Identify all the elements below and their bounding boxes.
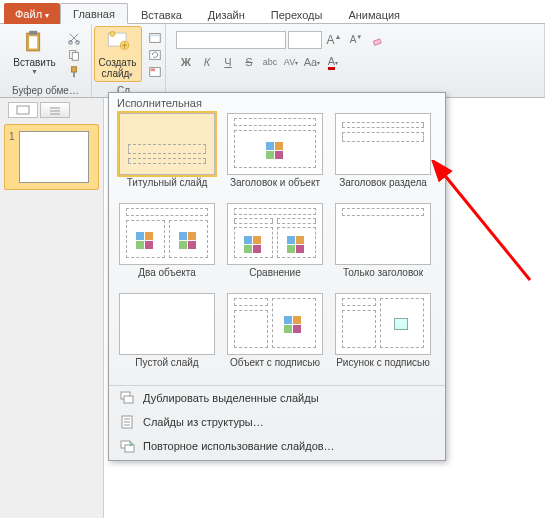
menu-duplicate-slides[interactable]: Дублировать выделенные слайды — [109, 386, 445, 410]
svg-rect-29 — [125, 445, 134, 452]
ribbon: Вставить ▼ Буфер обме… Создать слайд▾ — [0, 24, 545, 98]
svg-rect-13 — [150, 35, 159, 37]
layout-label: Объект с подписью — [230, 355, 320, 379]
group-slides: Создать слайд▾ Сл… — [92, 24, 166, 97]
tab-transitions[interactable]: Переходы — [258, 4, 336, 24]
layout-icon — [148, 31, 162, 45]
grow-font-button[interactable]: A▲ — [324, 30, 344, 50]
thumbnails-view-tab[interactable] — [8, 102, 38, 118]
layout-section-header[interactable]: Заголовок раздела — [329, 113, 437, 199]
picture-icon — [394, 318, 408, 330]
svg-rect-6 — [72, 52, 78, 60]
reset-icon — [148, 48, 162, 62]
tab-home[interactable]: Главная — [60, 3, 128, 24]
svg-rect-7 — [71, 67, 76, 72]
layout-picture-caption[interactable]: Рисунок с подписью — [329, 293, 437, 379]
tab-design-label: Дизайн — [208, 9, 245, 21]
layout-label: Сравнение — [249, 265, 300, 289]
svg-rect-23 — [124, 396, 133, 403]
outline-view-tab[interactable] — [40, 102, 70, 118]
spacing-label: AV — [284, 57, 295, 67]
strike-label: S — [245, 56, 252, 68]
chevron-down-icon: ▾ — [45, 11, 49, 20]
cut-icon — [67, 31, 81, 45]
layout-label: Заголовок и объект — [230, 175, 320, 199]
format-painter-button[interactable] — [65, 64, 83, 80]
layout-label: Пустой слайд — [135, 355, 198, 379]
bold-button[interactable]: Ж — [176, 52, 196, 72]
menu-slides-from-outline[interactable]: Слайды из структуры… — [109, 410, 445, 434]
reuse-icon — [119, 438, 135, 454]
group-font: A▲ A▼ Ж К Ч S abc AV▾ Aa▾ A▾ — [166, 24, 545, 97]
layout-content-caption[interactable]: Объект с подписью — [221, 293, 329, 379]
layout-title-only[interactable]: Только заголовок — [329, 203, 437, 289]
thumbnails-icon — [16, 105, 30, 115]
group-clipboard-label: Буфер обме… — [6, 84, 85, 97]
layout-two-content[interactable]: Два объекта — [113, 203, 221, 289]
group-clipboard: Вставить ▼ Буфер обме… — [0, 24, 92, 97]
menu-label: Дублировать выделенные слайды — [143, 392, 319, 404]
cut-button[interactable] — [65, 30, 83, 46]
new-slide-label-2: слайд — [102, 68, 130, 79]
bold-label: Ж — [181, 56, 191, 68]
paste-icon — [20, 29, 48, 55]
italic-button[interactable]: К — [197, 52, 217, 72]
svg-rect-17 — [373, 39, 381, 46]
layout-comparison[interactable]: Сравнение — [221, 203, 329, 289]
chevron-down-icon: ▾ — [317, 59, 320, 66]
duplicate-icon — [119, 390, 135, 406]
tab-bar: Файл▾ Главная Вставка Дизайн Переходы Ан… — [0, 0, 545, 24]
tab-transitions-label: Переходы — [271, 9, 323, 21]
char-spacing-button[interactable]: AV▾ — [281, 52, 301, 72]
slide-thumbnail-1[interactable]: 1 — [4, 124, 99, 190]
slide-preview — [19, 131, 89, 183]
menu-reuse-slides[interactable]: Повторное использование слайдов… — [109, 434, 445, 458]
font-size-combo[interactable] — [288, 31, 322, 49]
panel-view-switch — [4, 102, 99, 118]
layout-blank[interactable]: Пустой слайд — [113, 293, 221, 379]
section-button[interactable] — [146, 64, 164, 80]
layout-button[interactable] — [146, 30, 164, 46]
gallery-grid: Титульный слайд Заголовок и объект Загол… — [109, 109, 445, 383]
underline-button[interactable]: Ч — [218, 52, 238, 72]
tab-insert-label: Вставка — [141, 9, 182, 21]
new-slide-label-1: Создать — [99, 57, 137, 68]
clear-format-button[interactable] — [368, 30, 388, 50]
gallery-section-title: Исполнительная — [109, 93, 445, 109]
font-name-combo[interactable] — [176, 31, 286, 49]
font-color-button[interactable]: A▾ — [323, 52, 343, 72]
layout-label: Заголовок раздела — [339, 175, 427, 199]
layout-label: Титульный слайд — [127, 175, 208, 199]
fontcolor-label: A — [328, 55, 335, 70]
paste-label: Вставить — [13, 57, 55, 68]
layout-title-slide[interactable]: Титульный слайд — [113, 113, 221, 199]
shrink-font-button[interactable]: A▼ — [346, 30, 366, 50]
underline-label: Ч — [224, 56, 231, 68]
italic-label: К — [204, 56, 210, 68]
svg-rect-1 — [30, 31, 38, 35]
reset-button[interactable] — [146, 47, 164, 63]
text-shadow-button[interactable]: abc — [260, 52, 280, 72]
layout-gallery: Исполнительная Титульный слайд Заголовок… — [108, 92, 446, 461]
new-slide-icon — [104, 29, 132, 55]
change-case-button[interactable]: Aa▾ — [302, 52, 322, 72]
tab-design[interactable]: Дизайн — [195, 4, 258, 24]
layout-title-content[interactable]: Заголовок и объект — [221, 113, 329, 199]
tab-insert[interactable]: Вставка — [128, 4, 195, 24]
layout-label: Только заголовок — [343, 265, 423, 289]
tab-animation[interactable]: Анимация — [335, 4, 413, 24]
gallery-menu: Дублировать выделенные слайды Слайды из … — [109, 385, 445, 458]
strike-button[interactable]: S — [239, 52, 259, 72]
copy-button[interactable] — [65, 47, 83, 63]
chevron-down-icon: ▾ — [295, 59, 298, 66]
menu-label: Повторное использование слайдов… — [143, 440, 335, 452]
new-slide-button[interactable]: Создать слайд▾ — [94, 26, 142, 82]
tab-file[interactable]: Файл▾ — [4, 3, 60, 24]
svg-rect-2 — [30, 36, 38, 48]
paste-button[interactable]: Вставить ▼ — [8, 26, 60, 79]
eraser-icon — [371, 33, 385, 47]
chevron-down-icon: ▾ — [129, 71, 133, 78]
svg-rect-8 — [73, 72, 75, 77]
section-icon — [148, 65, 162, 79]
tab-animation-label: Анимация — [348, 9, 400, 21]
